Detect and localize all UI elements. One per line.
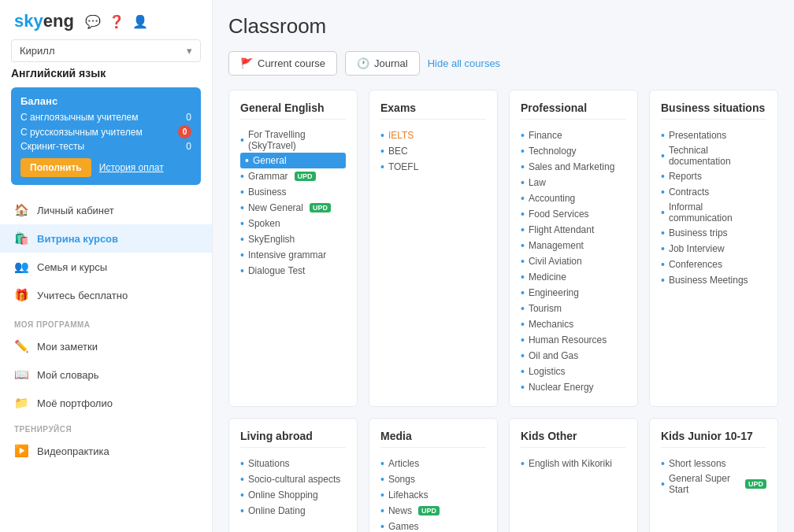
course-item[interactable]: Spoken — [240, 216, 346, 231]
course-item[interactable]: Short lessons — [661, 456, 766, 471]
course-item[interactable]: Engineering — [521, 285, 626, 301]
course-item[interactable]: Management — [521, 238, 626, 253]
course-item[interactable]: Dialogue Test — [240, 263, 346, 279]
course-item[interactable]: Reports — [661, 168, 766, 184]
course-item[interactable]: Presentations — [661, 127, 766, 143]
chat-icon[interactable]: 💬 — [85, 14, 101, 29]
course-item[interactable]: Situations — [240, 456, 346, 471]
course-item[interactable]: Technical documentation — [661, 143, 766, 168]
nav-portfolio[interactable]: 📁 Моё портфолио — [0, 389, 212, 417]
course-item[interactable]: Job Interview — [661, 241, 766, 257]
course-item[interactable]: Human Resources — [521, 332, 626, 348]
course-item[interactable]: BEC — [380, 143, 486, 159]
balance-value-3: 0 — [186, 141, 191, 152]
balance-badge-2: 0 — [178, 125, 191, 139]
topup-button[interactable]: Пополнить — [20, 158, 91, 177]
balance-row-1: С англоязычным учителем 0 — [20, 112, 191, 123]
course-item[interactable]: General — [240, 153, 346, 168]
course-item[interactable]: Business trips — [661, 225, 766, 241]
course-item[interactable]: Games — [380, 519, 486, 532]
course-item[interactable]: Business Meetings — [661, 272, 766, 288]
course-item[interactable]: Logistics — [521, 364, 626, 379]
history-button[interactable]: История оплат — [99, 162, 164, 173]
nav-cabinet[interactable]: 🏠 Личный кабинет — [0, 196, 212, 224]
course-item[interactable]: Nuclear Energy — [521, 379, 626, 395]
logo-area: skyeng 💬 ❓ 👤 — [0, 0, 212, 39]
course-item[interactable]: General Super StartUPD — [661, 471, 766, 497]
balance-row-2: С русскоязычным учителем 0 — [20, 125, 191, 139]
course-item[interactable]: Law — [521, 175, 626, 190]
course-card-title: Professional — [521, 102, 626, 120]
nav-free[interactable]: 🎁 Учитесь бесплатно — [0, 281, 212, 309]
my-nav: ✏️ Мои заметки 📖 Мой словарь 📁 Моё портф… — [0, 332, 212, 417]
course-item[interactable]: Oil and Gas — [521, 348, 626, 364]
nav-vocab[interactable]: 📖 Мой словарь — [0, 360, 212, 389]
course-card-kids-junior: Kids Junior 10-17 Short lessonsGeneral S… — [649, 418, 778, 532]
course-item[interactable]: GrammarUPD — [240, 168, 346, 184]
course-item[interactable]: Medicine — [521, 269, 626, 285]
course-item[interactable]: Accounting — [521, 190, 626, 206]
balance-row-3: Скриниг-тесты 0 — [20, 141, 191, 152]
course-item[interactable]: NewsUPD — [380, 503, 486, 519]
course-item[interactable]: Informal communication — [661, 200, 766, 225]
course-item[interactable]: Tourism — [521, 301, 626, 316]
toolbar: 🚩 Current course 🕐 Journal Hide all cour… — [228, 51, 778, 76]
course-item[interactable]: Flight Attendant — [521, 222, 626, 238]
course-item[interactable]: Songs — [380, 471, 486, 487]
course-item[interactable]: Food Services — [521, 206, 626, 222]
course-item[interactable]: New GeneralUPD — [240, 200, 346, 216]
nav-notes[interactable]: ✏️ Мои заметки — [0, 332, 212, 360]
balance-actions: Пополнить История оплат — [20, 158, 191, 177]
user-name: Кирилл — [20, 45, 55, 57]
subject-label: Английский язык — [11, 67, 201, 79]
course-item[interactable]: Mechanics — [521, 316, 626, 332]
course-item[interactable]: Articles — [380, 456, 486, 471]
balance-box: Баланс С англоязычным учителем 0 С русск… — [11, 87, 201, 185]
course-item[interactable]: IELTS — [380, 127, 486, 143]
course-item[interactable]: English with Kikoriki — [521, 456, 626, 471]
course-item[interactable]: Socio-cultural aspects — [240, 471, 346, 487]
nav-video[interactable]: ▶️ Видеопрактика — [0, 437, 212, 465]
course-item[interactable]: Finance — [521, 127, 626, 143]
user-icon[interactable]: 👤 — [132, 14, 148, 29]
course-item[interactable]: Technology — [521, 143, 626, 159]
course-card-general-english: General English For Travelling (SkyTrave… — [228, 90, 358, 407]
page-title: Classroom — [228, 14, 778, 39]
logo: skyeng — [14, 11, 74, 31]
course-item[interactable]: For Travelling (SkyTravel) — [240, 127, 346, 153]
course-item[interactable]: Contracts — [661, 184, 766, 200]
journal-button[interactable]: 🕐 Journal — [345, 51, 420, 76]
course-card-media: Media ArticlesSongsLifehacksNewsUPDGames… — [369, 418, 498, 532]
course-card-business-situations: Business situations PresentationsTechnic… — [649, 90, 778, 407]
book-icon: 📖 — [14, 368, 29, 382]
course-card-professional: Professional FinanceTechnologySales and … — [509, 90, 638, 407]
course-item[interactable]: Civil Aviation — [521, 253, 626, 269]
main-nav: 🏠 Личный кабинет 🛍️ Витрина курсов 👥 Сем… — [0, 193, 212, 312]
chevron-down-icon: ▾ — [187, 45, 192, 57]
nav-courses[interactable]: 🛍️ Витрина курсов — [0, 224, 212, 253]
help-icon[interactable]: ❓ — [109, 14, 124, 29]
flag-icon: 🚩 — [240, 57, 253, 69]
hide-courses-button[interactable]: Hide all courses — [428, 57, 501, 69]
course-list: SituationsSocio-cultural aspectsOnline S… — [240, 456, 346, 519]
course-card-exams: Exams IELTSBECTOEFL — [369, 90, 498, 407]
course-card-title: General English — [240, 102, 346, 120]
balance-title: Баланс — [20, 95, 191, 107]
course-item[interactable]: Lifehacks — [380, 487, 486, 503]
course-item[interactable]: TOEFL — [380, 159, 486, 175]
nav-family[interactable]: 👥 Семья и курсы — [0, 253, 212, 281]
course-item[interactable]: Online Shopping — [240, 487, 346, 503]
course-card-title: Exams — [380, 102, 486, 120]
nav-label-notes: Мои заметки — [37, 341, 98, 353]
section-train-label: ТРЕНИРУЙСЯ — [0, 417, 212, 437]
course-item[interactable]: Sales and Marketing — [521, 159, 626, 175]
course-item[interactable]: SkyEnglish — [240, 231, 346, 247]
course-item[interactable]: Online Dating — [240, 503, 346, 519]
user-selector[interactable]: Кирилл ▾ — [11, 39, 201, 62]
course-item[interactable]: Conferences — [661, 257, 766, 272]
course-item[interactable]: Business — [240, 184, 346, 200]
nav-label-vocab: Мой словарь — [37, 369, 99, 381]
current-course-button[interactable]: 🚩 Current course — [228, 51, 337, 76]
course-item[interactable]: Intensive grammar — [240, 247, 346, 263]
section-my-label: МОЯ ПРОГРАММА — [0, 312, 212, 332]
